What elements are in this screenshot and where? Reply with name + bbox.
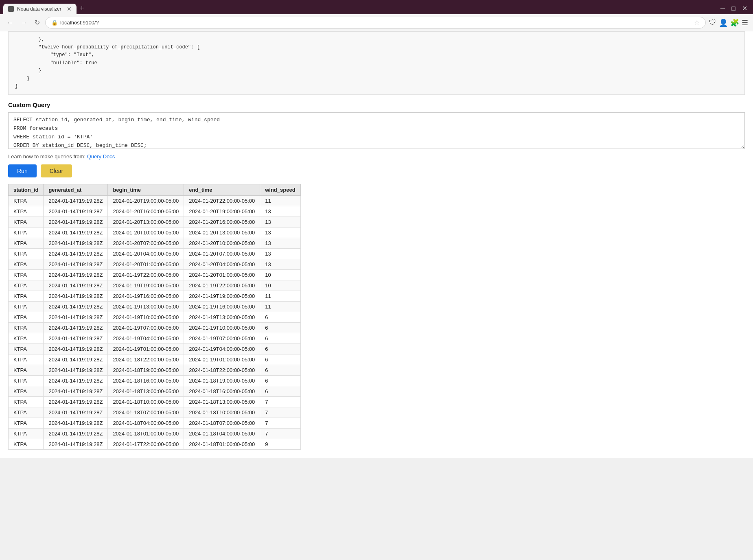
tab-close-button[interactable]: ✕ [67, 6, 72, 12]
bookmark-icon[interactable]: ☆ [694, 19, 700, 26]
table-cell: 2024-01-19T10:00:00-05:00 [108, 312, 184, 323]
table-row: KTPA2024-01-14T19:19:28Z2024-01-19T19:00… [9, 280, 301, 291]
table-cell: KTPA [9, 376, 44, 386]
table-cell: KTPA [9, 407, 44, 418]
active-tab[interactable]: Noaa data visualizer ✕ [3, 4, 77, 14]
table-cell: KTPA [9, 228, 44, 238]
table-cell: 2024-01-14T19:19:28Z [44, 206, 108, 217]
table-cell: 7 [260, 429, 300, 439]
table-row: KTPA2024-01-14T19:19:28Z2024-01-18T10:00… [9, 397, 301, 407]
table-row: KTPA2024-01-14T19:19:28Z2024-01-18T16:00… [9, 376, 301, 386]
table-cell: 2024-01-14T19:19:28Z [44, 429, 108, 439]
table-cell: 7 [260, 418, 300, 429]
table-cell: 2024-01-19T19:00:00-05:00 [108, 280, 184, 291]
code-line-3: "type": "Text", [15, 52, 94, 58]
table-cell: 2024-01-14T19:19:28Z [44, 196, 108, 206]
table-header: station_id generated_at begin_time end_t… [9, 184, 301, 196]
run-button[interactable]: Run [8, 164, 37, 177]
table-cell: 2024-01-14T19:19:28Z [44, 249, 108, 259]
table-row: KTPA2024-01-14T19:19:28Z2024-01-17T22:00… [9, 439, 301, 450]
table-cell: KTPA [9, 280, 44, 291]
table-cell: KTPA [9, 333, 44, 344]
address-bar[interactable]: 🔒 localhost:9100/? ☆ [45, 17, 706, 28]
table-cell: 2024-01-20T04:00:00-05:00 [184, 259, 260, 270]
profile-icon[interactable]: 👤 [719, 18, 728, 27]
shield-icon[interactable]: 🛡 [709, 18, 716, 27]
table-cell: 2024-01-18T07:00:00-05:00 [184, 418, 260, 429]
table-cell: 7 [260, 397, 300, 407]
table-cell: 13 [260, 259, 300, 270]
browser-chrome: Noaa data visualizer ✕ + ─ □ ✕ [0, 0, 753, 14]
query-textarea[interactable]: SELECT station_id, generated_at, begin_t… [8, 112, 745, 149]
table-cell: 2024-01-18T22:00:00-05:00 [184, 365, 260, 376]
table-cell: 2024-01-14T19:19:28Z [44, 439, 108, 450]
table-cell: 2024-01-18T22:00:00-05:00 [108, 354, 184, 365]
col-begin-time: begin_time [108, 184, 184, 196]
table-row: KTPA2024-01-14T19:19:28Z2024-01-20T01:00… [9, 259, 301, 270]
table-cell: KTPA [9, 323, 44, 333]
table-cell: 9 [260, 439, 300, 450]
table-row: KTPA2024-01-14T19:19:28Z2024-01-18T22:00… [9, 354, 301, 365]
close-button[interactable]: ✕ [740, 4, 750, 13]
table-row: KTPA2024-01-14T19:19:28Z2024-01-19T22:00… [9, 270, 301, 280]
code-line-1: }, [15, 37, 44, 42]
table-cell: 2024-01-17T22:00:00-05:00 [108, 439, 184, 450]
table-row: KTPA2024-01-14T19:19:28Z2024-01-20T07:00… [9, 238, 301, 249]
table-cell: KTPA [9, 439, 44, 450]
forward-button[interactable]: → [19, 18, 29, 27]
table-cell: 11 [260, 302, 300, 312]
table-cell: 2024-01-14T19:19:28Z [44, 217, 108, 228]
table-cell: 11 [260, 196, 300, 206]
back-button[interactable]: ← [5, 18, 15, 27]
query-docs-link[interactable]: Query Docs [87, 153, 115, 160]
code-line-5: } [15, 68, 42, 74]
table-cell: 13 [260, 228, 300, 238]
table-cell: KTPA [9, 259, 44, 270]
table-cell: 2024-01-18T01:00:00-05:00 [108, 429, 184, 439]
new-tab-button[interactable]: + [77, 2, 88, 14]
table-body: KTPA2024-01-14T19:19:28Z2024-01-20T19:00… [9, 196, 301, 450]
table-cell: 2024-01-20T16:00:00-05:00 [184, 217, 260, 228]
table-cell: KTPA [9, 386, 44, 397]
table-cell: KTPA [9, 418, 44, 429]
table-cell: 7 [260, 407, 300, 418]
table-cell: 2024-01-19T16:00:00-05:00 [184, 302, 260, 312]
maximize-button[interactable]: □ [729, 4, 738, 13]
minimize-button[interactable]: ─ [718, 4, 727, 13]
table-cell: 2024-01-18T16:00:00-05:00 [108, 376, 184, 386]
table-cell: 2024-01-18T13:00:00-05:00 [184, 397, 260, 407]
table-cell: 6 [260, 386, 300, 397]
reload-button[interactable]: ↻ [33, 18, 42, 27]
table-cell: 2024-01-19T19:00:00-05:00 [184, 291, 260, 302]
table-row: KTPA2024-01-14T19:19:28Z2024-01-20T16:00… [9, 206, 301, 217]
table-cell: 2024-01-18T13:00:00-05:00 [108, 386, 184, 397]
table-cell: 2024-01-20T19:00:00-05:00 [108, 196, 184, 206]
table-cell: 2024-01-18T16:00:00-05:00 [184, 386, 260, 397]
table-cell: 2024-01-14T19:19:28Z [44, 270, 108, 280]
table-row: KTPA2024-01-14T19:19:28Z2024-01-19T16:00… [9, 291, 301, 302]
table-cell: 2024-01-14T19:19:28Z [44, 312, 108, 323]
menu-icon[interactable]: ☰ [742, 18, 748, 27]
toolbar-icons: 🛡 👤 🧩 ☰ [709, 18, 748, 27]
table-cell: 2024-01-14T19:19:28Z [44, 302, 108, 312]
col-wind-speed: wind_speed [260, 184, 300, 196]
table-cell: 2024-01-19T04:00:00-05:00 [184, 344, 260, 354]
table-cell: 6 [260, 333, 300, 344]
table-cell: KTPA [9, 206, 44, 217]
docs-label: Learn how to make queries from: [8, 153, 85, 160]
table-cell: KTPA [9, 344, 44, 354]
code-line-7: } [15, 83, 18, 89]
clear-button[interactable]: Clear [41, 164, 72, 177]
table-cell: KTPA [9, 249, 44, 259]
table-cell: 2024-01-18T10:00:00-05:00 [184, 407, 260, 418]
tab-title: Noaa data visualizer [17, 6, 61, 12]
extensions-icon[interactable]: 🧩 [730, 18, 739, 27]
table-cell: 2024-01-20T22:00:00-05:00 [184, 196, 260, 206]
table-cell: 6 [260, 376, 300, 386]
table-cell: 2024-01-14T19:19:28Z [44, 354, 108, 365]
address-bar-row: ← → ↻ 🔒 localhost:9100/? ☆ 🛡 👤 🧩 ☰ [0, 14, 753, 31]
button-row: Run Clear [8, 164, 745, 177]
table-cell: 2024-01-18T01:00:00-05:00 [184, 439, 260, 450]
table-cell: 2024-01-19T22:00:00-05:00 [108, 270, 184, 280]
table-cell: 2024-01-14T19:19:28Z [44, 238, 108, 249]
